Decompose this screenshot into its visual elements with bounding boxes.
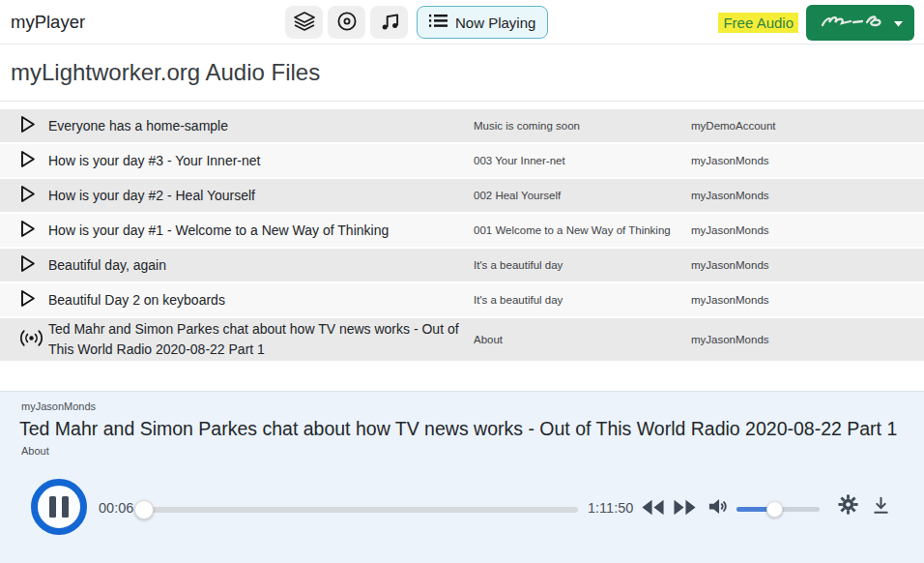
layers-icon [293, 10, 316, 36]
disc-icon [335, 10, 359, 36]
account-menu-button[interactable] [806, 5, 914, 41]
track-subtitle: 002 Heal Yourself [474, 190, 691, 201]
play-icon[interactable] [18, 184, 37, 208]
header-account-area: Free Audio [718, 0, 914, 44]
now-playing-subtitle: About [21, 445, 49, 457]
fast-forward-button[interactable] [673, 498, 697, 519]
track-subtitle: Music is coming soon [474, 120, 691, 132]
list-icon [429, 14, 448, 31]
track-title: Beautiful day, again [48, 255, 474, 276]
track-row[interactable]: Beautiful day, again It's a beautiful da… [0, 249, 924, 282]
chevron-down-icon [894, 15, 903, 30]
track-list: Everyone has a home-sample Music is comi… [0, 109, 924, 363]
settings-button[interactable] [837, 493, 859, 519]
music-note-icon [378, 10, 401, 36]
track-row[interactable]: Ted Mahr and Simon Parkes chat about how… [0, 318, 924, 361]
volume-icon [707, 495, 729, 520]
now-playing-panel: myJasonMonds Ted Mahr and Simon Parkes c… [0, 391, 924, 563]
track-title: Everyone has a home-sample [48, 116, 474, 136]
free-audio-link[interactable]: Free Audio [718, 13, 798, 33]
track-subtitle: 003 Your Inner-net [474, 155, 691, 166]
track-row[interactable]: How is your day #1 - Welcome to a New Wa… [0, 214, 924, 247]
rewind-icon [641, 498, 665, 519]
library-button[interactable] [285, 6, 323, 39]
track-title: Ted Mahr and Simon Parkes chat about how… [48, 319, 474, 360]
volume-slider[interactable] [736, 507, 820, 512]
header-nav: Now Playing [285, 6, 548, 39]
track-row[interactable]: How is your day #2 - Heal Yourself 002 H… [0, 179, 924, 212]
header: myPlayer [0, 0, 924, 44]
download-button[interactable] [871, 495, 891, 519]
track-title: How is your day #1 - Welcome to a New Wa… [48, 221, 474, 241]
track-title: How is your day #2 - Heal Yourself [48, 186, 474, 206]
pause-icon [49, 496, 56, 518]
track-title: How is your day #3 - Your Inner-net [48, 151, 474, 171]
broadcast-icon[interactable] [18, 328, 44, 352]
play-icon[interactable] [18, 114, 37, 138]
track-row[interactable]: How is your day #3 - Your Inner-net 003 … [0, 144, 924, 177]
gear-icon [837, 493, 859, 519]
track-row[interactable]: Everyone has a home-sample Music is comi… [0, 109, 924, 142]
signature-logo-icon [819, 10, 888, 36]
now-playing-button[interactable]: Now Playing [417, 6, 548, 39]
track-row[interactable]: Beautiful Day 2 on keyboards It's a beau… [0, 283, 924, 316]
play-icon[interactable] [18, 253, 37, 278]
now-playing-account: myJasonMonds [21, 400, 96, 412]
play-icon[interactable] [18, 288, 37, 312]
track-account: myJasonMonds [691, 155, 924, 166]
track-account: myJasonMonds [691, 294, 924, 306]
volume-button[interactable] [707, 495, 729, 520]
track-subtitle: About [474, 334, 691, 345]
pause-button[interactable] [31, 479, 87, 535]
page-title-bar: myLightworker.org Audio Files [0, 45, 924, 102]
seek-thumb[interactable] [134, 500, 154, 519]
play-icon[interactable] [18, 149, 37, 173]
track-title: Beautiful Day 2 on keyboards [48, 290, 474, 311]
page-title: myLightworker.org Audio Files [11, 59, 320, 86]
now-playing-title: Ted Mahr and Simon Parkes chat about how… [19, 418, 897, 440]
track-account: myJasonMonds [691, 224, 924, 236]
download-icon [871, 495, 891, 519]
duration: 1:11:50 [588, 500, 633, 516]
track-account: myJasonMonds [691, 190, 924, 201]
app-root: myPlayer [0, 0, 924, 563]
track-subtitle: It's a beautiful day [474, 294, 691, 306]
seek-slider[interactable] [135, 507, 578, 513]
track-subtitle: 001 Welcome to a New Way of Thinking [474, 224, 691, 236]
track-subtitle: It's a beautiful day [474, 259, 691, 271]
current-time: 00:06 [99, 500, 133, 516]
now-playing-label: Now Playing [455, 15, 535, 31]
songs-button[interactable] [370, 6, 408, 39]
rewind-button[interactable] [641, 498, 665, 519]
volume-thumb[interactable] [766, 501, 783, 518]
track-account: myJasonMonds [691, 334, 924, 345]
fast-forward-icon [673, 498, 697, 519]
track-account: myDemoAccount [691, 120, 924, 132]
albums-button[interactable] [328, 6, 365, 39]
app-title: myPlayer [11, 12, 85, 33]
track-account: myJasonMonds [691, 259, 924, 271]
play-icon[interactable] [18, 219, 37, 243]
